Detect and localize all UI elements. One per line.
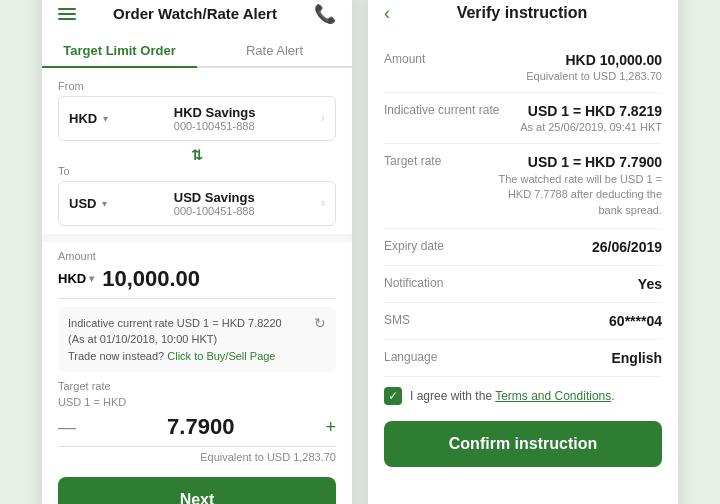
amount-label: Amount [58,250,336,262]
target-rate-row: — 7.7900 + [58,414,336,447]
from-label: From [58,80,336,92]
verify-key-expiry: Expiry date [384,239,592,253]
verify-row-current-rate: Indicative current rate USD 1 = HKD 7.82… [384,93,662,144]
from-currency-chevron: ▾ [103,113,108,124]
verify-value-language: English [611,350,662,366]
to-account-info: USD Savings 000-100451-888 [174,190,255,217]
terms-link[interactable]: Terms and Conditions [495,389,611,403]
terms-row: ✓ I agree with the Terms and Conditions. [384,377,662,415]
form-body: From HKD ▾ HKD Savings 000-100451-888 › … [42,68,352,504]
verify-value-target-rate: USD 1 = HKD 7.7900 The watched rate will… [492,154,662,218]
to-currency-chevron: ▾ [102,198,107,209]
verify-row-language: Language English [384,340,662,377]
amount-row: HKD ▾ 10,000.00 [58,266,336,299]
target-rate-value[interactable]: 7.7900 [84,414,317,440]
menu-button[interactable] [58,8,76,20]
rate-info-line1: Indicative current rate USD 1 = HKD 7.82… [68,317,282,329]
to-label: To [58,165,336,177]
equivalent-text: Equivalent to USD 1,283.70 [58,451,336,463]
next-button[interactable]: Next [58,477,336,504]
verify-key-language: Language [384,350,611,364]
verify-title: Verify instruction [400,4,644,22]
to-account-row[interactable]: USD ▾ USD Savings 000-100451-888 › [58,181,336,226]
back-button[interactable]: ‹ [384,3,390,24]
tab-target-limit[interactable]: Target Limit Order [42,35,197,68]
target-rate-label: Target rate [58,380,336,392]
language-primary: English [611,350,662,366]
screen1-title: Order Watch/Rate Alert [113,5,277,22]
expiry-primary: 26/06/2019 [592,239,662,255]
rate-info: Indicative current rate USD 1 = HKD 7.82… [58,307,336,373]
amount-currency-code: HKD [58,271,86,286]
verify-row-amount: Amount HKD 10,000.00 Equivalent to USD 1… [384,42,662,93]
phone-icon[interactable]: 📞 [314,3,336,25]
from-account-info: HKD Savings 000-100451-888 [174,105,256,132]
notification-primary: Yes [638,276,662,292]
to-account-name: USD Savings [174,190,255,205]
from-account-number: 000-100451-888 [174,120,256,132]
rate-info-line2: (As at 01/10/2018, 10:00 HKT) [68,333,217,345]
to-account-number: 000-100451-888 [174,205,255,217]
terms-checkbox[interactable]: ✓ [384,387,402,405]
verify-row-sms: SMS 60****04 [384,303,662,340]
terms-text: I agree with the Terms and Conditions. [410,389,615,403]
screen2-phone: HASE 📶 9:41 AM 100% 🔋 ‹ Verify instructi… [368,0,678,504]
sms-primary: 60****04 [609,313,662,329]
section-divider-1 [42,234,352,242]
refresh-icon[interactable]: ↻ [314,315,326,331]
amount-value[interactable]: 10,000.00 [102,266,336,292]
verify-value-notification: Yes [638,276,662,292]
verify-row-notification: Notification Yes [384,266,662,303]
verify-value-expiry: 26/06/2019 [592,239,662,255]
buy-sell-link[interactable]: Click to Buy/Sell Page [167,350,275,362]
verify-value-amount: HKD 10,000.00 Equivalent to USD 1,283.70 [526,52,662,82]
from-account-row[interactable]: HKD ▾ HKD Savings 000-100451-888 › [58,96,336,141]
screen2-header: ‹ Verify instruction [368,0,678,34]
verify-key-target-rate: Target rate [384,154,492,168]
confirm-button[interactable]: Confirm instruction [384,421,662,467]
to-currency-code: USD [69,196,96,211]
target-rate-primary: USD 1 = HKD 7.7900 [492,154,662,170]
target-rate-note: The watched rate will be USD 1 = HKD 7.7… [492,172,662,218]
rate-info-link-prefix: Trade now instead? [68,350,167,362]
screen1-header: Order Watch/Rate Alert 📞 [42,0,352,35]
tabs: Target Limit Order Rate Alert [42,35,352,68]
from-currency-code: HKD [69,111,97,126]
to-currency-left: USD ▾ [69,196,107,211]
screen1-phone: HASE 📶 9:41 AM 100% 🔋 Order Watch/Rate A… [42,0,352,504]
terms-prefix: I agree with the [410,389,495,403]
verify-row-expiry: Expiry date 26/06/2019 [384,229,662,266]
from-account-name: HKD Savings [174,105,256,120]
amount-primary: HKD 10,000.00 [526,52,662,68]
verify-key-amount: Amount [384,52,526,66]
terms-suffix: . [611,389,614,403]
amount-currency[interactable]: HKD ▾ [58,271,94,286]
verify-key-notification: Notification [384,276,638,290]
amount-secondary: Equivalent to USD 1,283.70 [526,70,662,82]
verify-body: Amount HKD 10,000.00 Equivalent to USD 1… [368,34,678,504]
verify-value-current-rate: USD 1 = HKD 7.8219 As at 25/06/2019, 09:… [520,103,662,133]
target-rate-plus[interactable]: + [325,417,336,438]
verify-value-sms: 60****04 [609,313,662,329]
current-rate-primary: USD 1 = HKD 7.8219 [520,103,662,119]
target-rate-minus[interactable]: — [58,417,76,438]
rate-info-text: Indicative current rate USD 1 = HKD 7.82… [68,315,306,365]
from-row-chevron: › [321,111,325,125]
verify-key-sms: SMS [384,313,609,327]
tab-rate-alert[interactable]: Rate Alert [197,35,352,68]
verify-row-target-rate: Target rate USD 1 = HKD 7.7900 The watch… [384,144,662,229]
current-rate-secondary: As at 25/06/2019, 09:41 HKT [520,121,662,133]
verify-key-current-rate: Indicative current rate [384,103,520,117]
amount-currency-chevron: ▾ [89,273,94,284]
to-row-chevron: › [321,196,325,210]
swap-icon[interactable]: ⇅ [58,147,336,163]
from-currency-left: HKD ▾ [69,111,108,126]
target-rate-subtitle: USD 1 = HKD [58,396,336,408]
